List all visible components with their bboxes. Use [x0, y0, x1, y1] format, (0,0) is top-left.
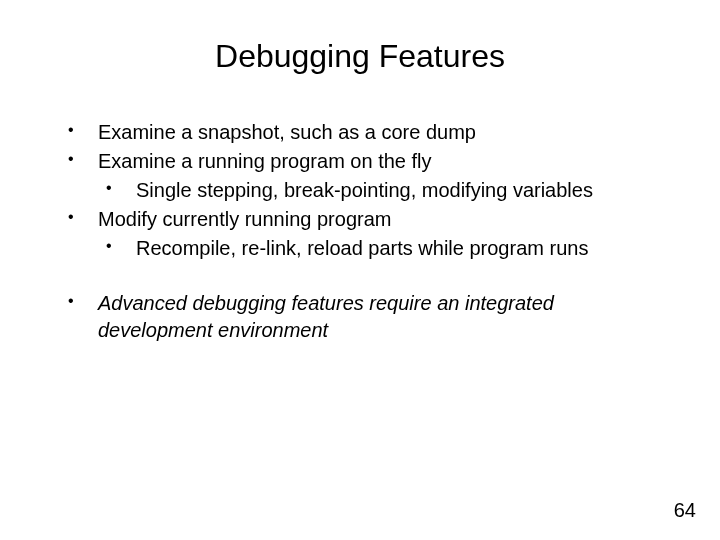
sub-bullet-list: Single stepping, break-pointing, modifyi… [98, 177, 660, 204]
slide-content: Examine a snapshot, such as a core dump … [60, 119, 660, 344]
slide: Debugging Features Examine a snapshot, s… [0, 0, 720, 540]
sub-bullet-text: Recompile, re-link, reload parts while p… [136, 237, 588, 259]
bullet-text: Examine a running program on the fly [98, 150, 432, 172]
bullet-item: Modify currently running program Recompi… [60, 206, 660, 262]
sub-bullet-item: Single stepping, break-pointing, modifyi… [98, 177, 660, 204]
sub-bullet-item: Recompile, re-link, reload parts while p… [98, 235, 660, 262]
bullet-item: Advanced debugging features require an i… [60, 290, 660, 344]
sub-bullet-list: Recompile, re-link, reload parts while p… [98, 235, 660, 262]
bullet-text-italic: Advanced debugging features require an i… [98, 292, 554, 341]
slide-title: Debugging Features [60, 38, 660, 75]
sub-bullet-text: Single stepping, break-pointing, modifyi… [136, 179, 593, 201]
bullet-list: Examine a snapshot, such as a core dump … [60, 119, 660, 262]
bullet-item: Examine a snapshot, such as a core dump [60, 119, 660, 146]
spacer [60, 264, 660, 290]
bullet-list: Advanced debugging features require an i… [60, 290, 660, 344]
page-number: 64 [674, 499, 696, 522]
bullet-item: Examine a running program on the fly Sin… [60, 148, 660, 204]
bullet-text: Examine a snapshot, such as a core dump [98, 121, 476, 143]
bullet-text: Modify currently running program [98, 208, 391, 230]
